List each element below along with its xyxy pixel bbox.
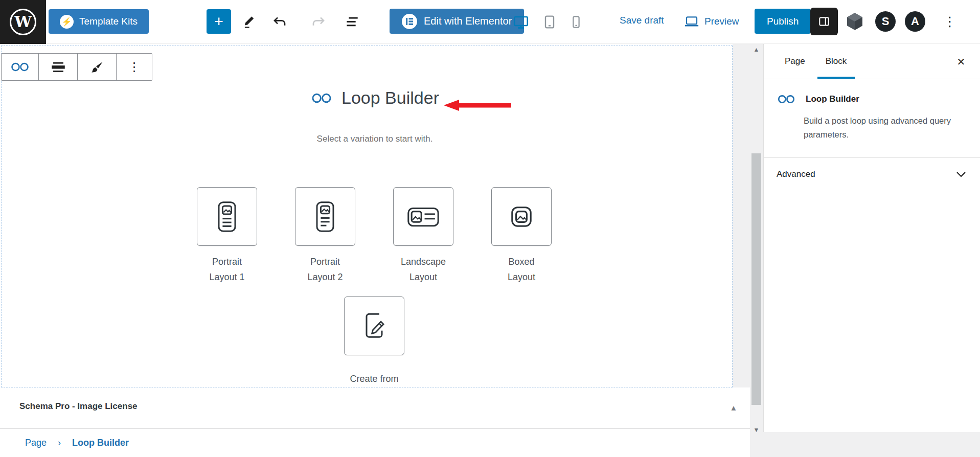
- save-draft-label: Save draft: [620, 15, 664, 26]
- mobile-preview-button[interactable]: [566, 12, 586, 32]
- mobile-icon: [568, 14, 584, 30]
- undo-icon: [271, 14, 288, 30]
- infinity-icon: [310, 90, 333, 106]
- variation-create-from-scratch[interactable]: [344, 296, 404, 355]
- edit-with-elementor-button[interactable]: Edit with Elementor: [390, 9, 524, 34]
- variation-portrait-layout-1[interactable]: [197, 187, 257, 246]
- block-card-description: Build a post loop using advanced query p…: [804, 114, 957, 142]
- close-sidebar-button[interactable]: ✕: [953, 54, 969, 70]
- pencil-icon: [241, 14, 257, 30]
- tab-block[interactable]: Block: [817, 44, 855, 79]
- list-view-icon: [344, 14, 360, 30]
- sidebar-panel-icon: [817, 15, 831, 28]
- block-card-title: Loop Builder: [806, 94, 859, 104]
- variation-label: Portrait Layout 2: [284, 254, 366, 285]
- list-view-button[interactable]: [343, 12, 362, 32]
- create-from-scratch-icon: [360, 311, 389, 341]
- plus-icon: +: [214, 13, 223, 30]
- settings-sidebar: Page Block ✕ Loop Builder Build a post l…: [763, 44, 980, 432]
- block-placeholder-title: Loop Builder: [310, 88, 439, 108]
- align-icon: [50, 58, 67, 76]
- top-toolbar: W ⚡ Template Kits +: [0, 0, 980, 43]
- wordpress-editor: W ⚡ Template Kits +: [0, 0, 980, 457]
- block-inserter-button[interactable]: +: [207, 9, 231, 34]
- bolt-icon: ⚡: [60, 15, 74, 29]
- chevron-right-icon: ›: [58, 438, 61, 448]
- undo-button[interactable]: [270, 12, 289, 32]
- edit-with-elementor-label: Edit with Elementor: [424, 15, 512, 27]
- vertical-scrollbar[interactable]: ▲ ▼: [750, 44, 763, 436]
- chevron-down-icon: [956, 171, 966, 177]
- red-annotation-arrow: [444, 99, 511, 112]
- breadcrumb-current-block[interactable]: Loop Builder: [72, 438, 129, 448]
- advanced-panel-toggle[interactable]: Advanced: [764, 157, 980, 190]
- desktop-icon: [512, 13, 530, 31]
- advanced-label: Advanced: [777, 169, 815, 179]
- template-kits-button[interactable]: ⚡ Template Kits: [49, 9, 149, 34]
- preview-label: Preview: [704, 16, 739, 27]
- scrollbar-thumb[interactable]: [751, 153, 761, 405]
- block-type-button[interactable]: [2, 54, 38, 80]
- footer-background: [750, 432, 980, 457]
- sidebar-tabs: Page Block ✕: [764, 44, 980, 79]
- boxed-layout-icon: [508, 203, 535, 230]
- tablet-icon: [541, 14, 558, 30]
- infinity-icon: [10, 60, 30, 74]
- tablet-preview-button[interactable]: [540, 12, 559, 32]
- presto-logo-button[interactable]: [845, 11, 865, 32]
- variation-label: Boxed Layout: [481, 254, 562, 285]
- variation-portrait-layout-2[interactable]: [295, 187, 355, 246]
- wordpress-logo-button[interactable]: W: [0, 0, 46, 44]
- wordpress-logo-icon: W: [10, 9, 36, 35]
- variation-label: Landscape Layout: [382, 254, 464, 285]
- metabox-collapse-button[interactable]: ▲: [726, 400, 741, 415]
- block-options-button[interactable]: ⋮: [116, 54, 152, 80]
- spectra-s-icon: S: [882, 15, 890, 28]
- block-toolbar: ⋮: [1, 53, 152, 81]
- variation-label: Portrait Layout 1: [186, 254, 268, 285]
- paintbrush-icon: [89, 59, 105, 75]
- scroll-up-button[interactable]: ▲: [750, 44, 763, 55]
- preview-button[interactable]: Preview: [684, 15, 739, 28]
- tools-pencil-button[interactable]: [239, 12, 259, 32]
- settings-sidebar-toggle[interactable]: [810, 8, 838, 35]
- astra-a-icon: A: [911, 15, 919, 28]
- spectra-logo-button[interactable]: S: [875, 11, 896, 32]
- landscape-layout-icon: [406, 204, 440, 230]
- redo-button[interactable]: [309, 12, 328, 32]
- breadcrumb: Page › Loop Builder: [0, 428, 750, 457]
- metabox-title: Schema Pro - Image License: [19, 401, 138, 412]
- portrait-layout-1-icon: [212, 200, 242, 233]
- desktop-preview-button[interactable]: [511, 12, 531, 32]
- redo-icon: [310, 14, 327, 30]
- editor-canvas-region: ⋮ Loop Builder Select a variation to sta…: [0, 44, 750, 457]
- align-button[interactable]: [38, 54, 77, 80]
- presto-hexagon-icon: [845, 11, 865, 32]
- template-kits-label: Template Kits: [79, 16, 138, 27]
- astra-logo-button[interactable]: A: [905, 11, 925, 32]
- elementor-icon: [402, 14, 417, 29]
- block-placeholder-subtitle: Select a variation to start with.: [17, 134, 733, 144]
- block-card: Loop Builder Build a post loop using adv…: [764, 79, 980, 142]
- portrait-layout-2-icon: [310, 200, 340, 233]
- options-menu-button[interactable]: ⋮: [943, 11, 955, 32]
- styles-button[interactable]: [77, 54, 116, 80]
- canvas-gutter: [733, 44, 750, 388]
- schema-pro-metabox: Schema Pro - Image License ▲: [0, 387, 750, 428]
- variation-boxed-layout[interactable]: [491, 187, 552, 246]
- publish-button[interactable]: Publish: [755, 9, 811, 34]
- breadcrumb-page-link[interactable]: Page: [25, 438, 47, 448]
- infinity-icon: [777, 93, 796, 106]
- save-draft-button[interactable]: Save draft: [620, 15, 664, 26]
- laptop-icon: [684, 15, 699, 28]
- tab-page[interactable]: Page: [777, 44, 813, 79]
- variation-landscape-layout[interactable]: [393, 187, 453, 246]
